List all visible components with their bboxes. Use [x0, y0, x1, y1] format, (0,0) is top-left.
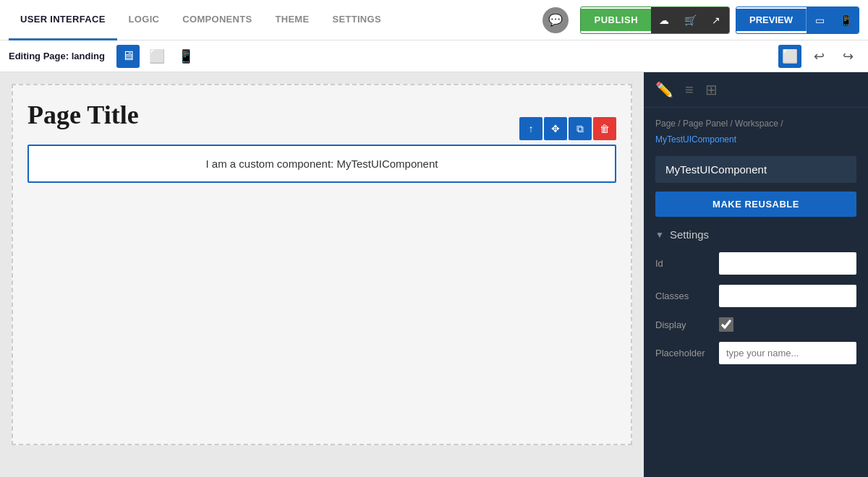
top-navigation: USER INTERFACE LOGIC COMPONENTS THEME SE… — [0, 0, 868, 40]
publish-button[interactable]: PUBLISH — [581, 9, 651, 31]
tablet-device-button[interactable]: ⬜ — [145, 45, 169, 68]
make-reusable-button[interactable]: MAKE REUSABLE — [655, 192, 856, 217]
upload-icon-button[interactable]: ☁ — [651, 7, 677, 33]
tab-settings[interactable]: SETTINGS — [320, 0, 392, 40]
device-buttons: 🖥 ⬜ 📱 — [116, 45, 197, 68]
copy-button[interactable]: ⧉ — [569, 117, 592, 140]
editing-label: Editing Page: landing — [9, 51, 105, 61]
drag-button[interactable]: ✥ — [544, 117, 567, 140]
id-input[interactable] — [719, 252, 856, 275]
nav-right-actions: 💬 PUBLISH ☁ 🛒 ↗ PREVIEW ▭ 📱 — [542, 7, 859, 34]
mobile-device-button[interactable]: 📱 — [174, 45, 197, 68]
custom-component-box[interactable]: I am a custom component: MyTestUICompone… — [27, 145, 616, 183]
export-icon-button[interactable]: ↗ — [703, 7, 729, 33]
cart-icon-button[interactable]: 🛒 — [677, 7, 703, 33]
settings-arrow-icon: ▼ — [655, 230, 664, 240]
menu-icon[interactable]: ≡ — [685, 82, 694, 98]
nav-tabs: USER INTERFACE LOGIC COMPONENTS THEME SE… — [9, 0, 542, 40]
canvas-area[interactable]: Page Title ↑ ✥ ⧉ 🗑 I am a custom compone… — [0, 72, 644, 477]
id-row: Id — [655, 252, 856, 275]
undo-button[interactable]: ↩ — [807, 45, 830, 68]
brush-icon[interactable]: ✏️ — [655, 81, 673, 98]
preview-mobile-icon[interactable]: 📱 — [833, 7, 859, 33]
grid-icon[interactable]: ⊞ — [705, 81, 718, 98]
settings-header[interactable]: ▼ Settings — [655, 228, 856, 241]
id-label: Id — [655, 258, 713, 269]
component-toolbar: ↑ ✥ ⧉ 🗑 — [519, 117, 616, 140]
desktop-device-button[interactable]: 🖥 — [116, 45, 140, 68]
component-name-bar: MyTestUIComponent — [655, 156, 856, 183]
settings-title: Settings — [670, 228, 709, 241]
page-frame: Page Title ↑ ✥ ⧉ 🗑 I am a custom compone… — [12, 84, 632, 445]
move-up-button[interactable]: ↑ — [519, 117, 542, 140]
sub-navigation: Editing Page: landing 🖥 ⬜ 📱 ⬜ ↩ ↪ — [0, 40, 868, 72]
panel-top-icons: ✏️ ≡ ⊞ — [644, 72, 868, 108]
placeholder-label: Placeholder — [655, 348, 713, 358]
chat-button[interactable]: 💬 — [542, 7, 569, 33]
classes-input[interactable] — [719, 285, 856, 307]
tab-logic[interactable]: LOGIC — [117, 0, 171, 40]
placeholder-input[interactable] — [719, 342, 856, 364]
main-content: Page Title ↑ ✥ ⧉ 🗑 I am a custom compone… — [0, 72, 868, 477]
tab-components[interactable]: COMPONENTS — [171, 0, 263, 40]
breadcrumb-path: Page / Page Panel / Workspace / — [655, 119, 783, 129]
selection-tool-button[interactable]: ⬜ — [778, 45, 801, 68]
classes-row: Classes — [655, 285, 856, 307]
tab-user-interface[interactable]: USER INTERFACE — [9, 0, 117, 40]
publish-group: PUBLISH ☁ 🛒 ↗ — [580, 7, 730, 34]
redo-button[interactable]: ↪ — [836, 45, 859, 68]
breadcrumb-component-link[interactable]: MyTestUIComponent — [655, 134, 736, 145]
preview-group: PREVIEW ▭ 📱 — [736, 7, 859, 34]
delete-button[interactable]: 🗑 — [593, 117, 616, 140]
preview-tablet-icon[interactable]: ▭ — [807, 7, 833, 33]
placeholder-row: Placeholder — [655, 342, 856, 364]
right-panel: ✏️ ≡ ⊞ Page / Page Panel / Workspace / M… — [644, 72, 868, 477]
tab-theme[interactable]: THEME — [263, 0, 320, 40]
settings-section: ▼ Settings Id Classes Display Placeholde… — [644, 228, 868, 374]
display-row: Display — [655, 317, 856, 332]
display-label: Display — [655, 319, 713, 330]
breadcrumb: Page / Page Panel / Workspace / MyTestUI… — [644, 108, 868, 156]
sub-nav-right: ⬜ ↩ ↪ — [778, 45, 859, 68]
component-wrapper: ↑ ✥ ⧉ 🗑 I am a custom component: MyTestU… — [27, 145, 616, 183]
classes-label: Classes — [655, 291, 713, 301]
display-checkbox[interactable] — [719, 317, 733, 332]
preview-button[interactable]: PREVIEW — [736, 9, 807, 31]
